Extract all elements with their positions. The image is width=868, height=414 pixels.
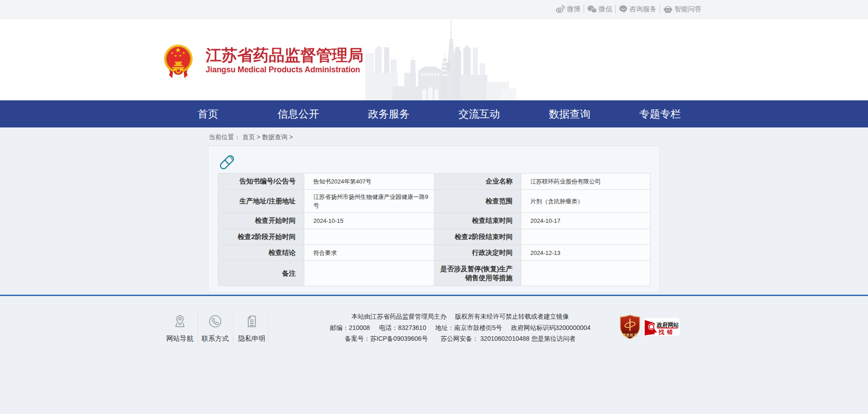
svg-text:党政机关: 党政机关 <box>622 333 637 337</box>
svg-text:政府网站: 政府网站 <box>656 322 679 328</box>
svg-text:找错: 找错 <box>658 329 675 335</box>
